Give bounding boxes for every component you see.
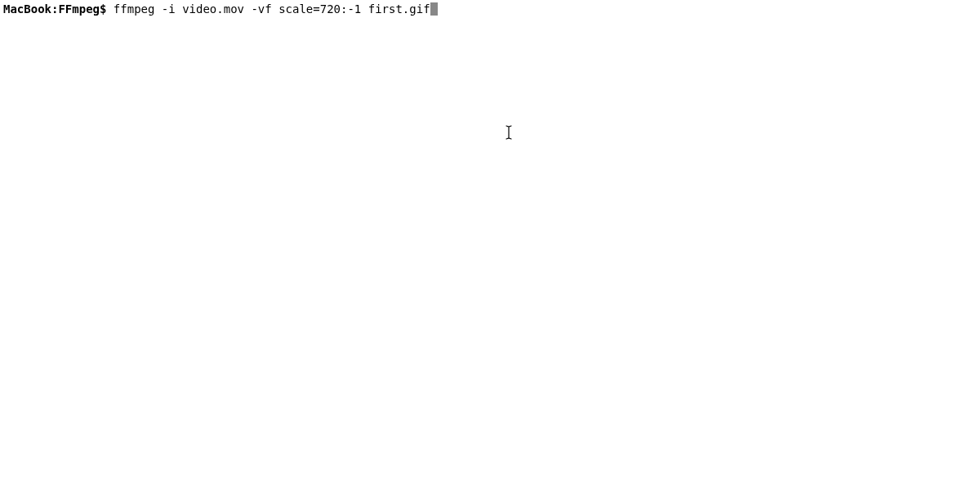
terminal-line[interactable]: MacBook:FFmpeg$ ffmpeg -i video.mov -vf … (0, 0, 980, 18)
shell-prompt: MacBook:FFmpeg$ (3, 2, 114, 16)
text-cursor-icon (505, 125, 513, 140)
shell-command: ffmpeg -i video.mov -vf scale=720:-1 fir… (114, 2, 430, 16)
block-cursor (430, 2, 438, 16)
